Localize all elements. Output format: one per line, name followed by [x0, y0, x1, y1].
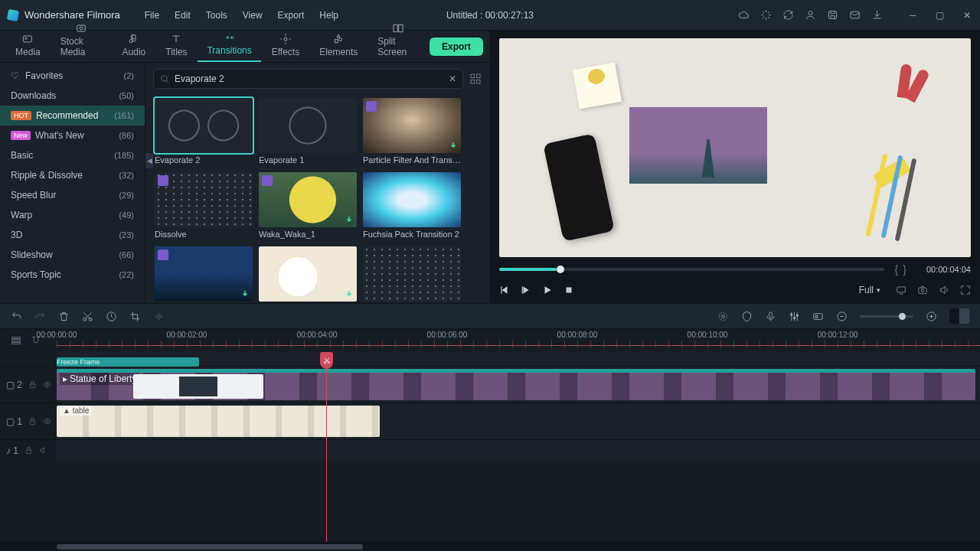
playhead[interactable]: [326, 352, 327, 542]
category--d[interactable]: 3D(23): [0, 225, 145, 245]
preview-canvas[interactable]: [499, 38, 971, 257]
mark-in-button[interactable]: {: [895, 263, 899, 276]
lock-icon[interactable]: [24, 446, 33, 455]
zoom-in-button[interactable]: [926, 311, 937, 322]
delete-button[interactable]: [58, 311, 70, 322]
svg-rect-12: [476, 74, 480, 78]
transition-thumb[interactable]: [259, 246, 357, 303]
minimize-button[interactable]: ─: [907, 9, 919, 21]
mail-icon[interactable]: [849, 9, 861, 21]
crop-button[interactable]: [129, 311, 141, 322]
preview-panel: { } 00:00:04:04 Full▾: [490, 31, 980, 303]
category-sports-topic[interactable]: Sports Topic(22): [0, 265, 145, 285]
render-button[interactable]: [717, 311, 729, 322]
category-what-s-new[interactable]: NewWhat's New(86): [0, 126, 145, 145]
snapshot-icon[interactable]: [917, 285, 928, 295]
category-speed-blur[interactable]: Speed Blur(29): [0, 185, 145, 205]
category-recommended[interactable]: HOTRecommended(161): [0, 106, 145, 126]
tab-effects[interactable]: Effects: [263, 30, 309, 62]
maximize-button[interactable]: ▢: [934, 9, 946, 21]
transition-thumb[interactable]: Dissolve: [155, 172, 253, 239]
prev-frame-button[interactable]: [499, 285, 510, 295]
manage-tracks-icon[interactable]: [11, 335, 21, 346]
tab-split[interactable]: Split Screen: [368, 19, 428, 62]
svg-point-24: [722, 315, 725, 318]
redo-button[interactable]: [34, 311, 46, 322]
fullscreen-icon[interactable]: [960, 285, 971, 295]
freeze-frame-label[interactable]: Freeze Frame: [57, 357, 199, 367]
timeline-ruler[interactable]: 00:00:00:0000:00:02:0000:00:04:0000:00:0…: [57, 329, 980, 352]
cloud-icon[interactable]: [738, 9, 750, 21]
voiceover-button[interactable]: [765, 311, 776, 322]
svg-rect-13: [471, 80, 475, 83]
tab-stock[interactable]: Stock Media: [51, 19, 112, 62]
category-favorites[interactable]: ♡Favorites(2): [0, 66, 145, 86]
sparkle-icon[interactable]: [760, 9, 772, 21]
menu-export[interactable]: Export: [272, 7, 311, 24]
transition-thumb[interactable]: Evaporate 2: [155, 98, 253, 165]
visibility-icon[interactable]: [43, 417, 51, 425]
category-slideshow[interactable]: Slideshow(66): [0, 245, 145, 265]
menu-view[interactable]: View: [237, 7, 269, 24]
mixer-button[interactable]: [789, 311, 800, 322]
speed-button[interactable]: [106, 311, 117, 322]
collapse-sidebar-icon[interactable]: ◀: [145, 153, 153, 168]
category-basic[interactable]: Basic(185): [0, 145, 145, 165]
audio-track-1: ♪ 1: [0, 439, 980, 461]
transition-thumb[interactable]: Waka_Waka_1: [259, 172, 357, 239]
download-icon[interactable]: [871, 9, 883, 21]
clear-search-icon[interactable]: ✕: [449, 73, 456, 84]
menu-file[interactable]: File: [139, 7, 165, 24]
transition-thumb[interactable]: [363, 246, 461, 303]
undo-button[interactable]: [11, 311, 22, 322]
menu-help[interactable]: Help: [313, 7, 345, 24]
close-button[interactable]: ✕: [961, 9, 972, 21]
display-icon[interactable]: [896, 285, 906, 295]
svg-rect-26: [769, 311, 773, 318]
menu-edit[interactable]: Edit: [168, 7, 197, 24]
clip-table[interactable]: ▲ table: [57, 406, 380, 437]
keyframe-button[interactable]: [812, 311, 824, 322]
play-pause-button[interactable]: [521, 285, 531, 295]
transition-thumb[interactable]: Fuchsia Pack Transition 2: [363, 172, 461, 239]
lock-icon[interactable]: [28, 417, 37, 425]
mute-icon[interactable]: [39, 446, 47, 455]
volume-icon[interactable]: [939, 285, 949, 295]
search-input[interactable]: [175, 73, 444, 84]
lock-icon[interactable]: [28, 380, 37, 389]
view-mode-toggle[interactable]: [949, 308, 969, 324]
tab-elements[interactable]: Elements: [310, 30, 367, 62]
tab-media[interactable]: Media: [6, 30, 50, 62]
tab-titles[interactable]: Titles: [156, 30, 196, 62]
marker-button[interactable]: [741, 311, 753, 322]
account-icon[interactable]: [805, 9, 816, 21]
audio-edit-button[interactable]: [153, 311, 165, 322]
zoom-slider[interactable]: [860, 315, 913, 318]
export-button[interactable]: Export: [430, 37, 483, 56]
stop-button[interactable]: [564, 285, 574, 295]
category-ripple-dissolve[interactable]: Ripple & Dissolve(32): [0, 165, 145, 185]
clip-statue[interactable]: ▸Statue of Liberty: [57, 369, 975, 400]
tab-audio[interactable]: Audio: [113, 30, 155, 62]
category-warp[interactable]: Warp(49): [0, 205, 145, 225]
play-button[interactable]: [542, 285, 553, 295]
refresh-icon[interactable]: [782, 9, 794, 21]
quality-dropdown[interactable]: Full▾: [854, 283, 885, 297]
grid-view-icon[interactable]: [469, 73, 482, 85]
transition-thumb[interactable]: Evaporate 1: [259, 98, 357, 165]
applied-transition[interactable]: [133, 374, 263, 399]
visibility-icon[interactable]: [43, 380, 51, 389]
category-downloads[interactable]: Downloads(50): [0, 86, 145, 106]
transition-thumb[interactable]: Particle Filter And Transit…: [363, 98, 461, 165]
cut-button[interactable]: [82, 311, 93, 322]
mark-out-button[interactable]: }: [903, 263, 906, 276]
menu-tools[interactable]: Tools: [200, 7, 234, 24]
timeline-scrollbar[interactable]: [0, 542, 980, 551]
download-badge-icon: [449, 141, 458, 150]
tab-transitions[interactable]: Transitions: [198, 28, 260, 62]
transition-thumb[interactable]: [155, 246, 253, 303]
zoom-out-button[interactable]: [836, 311, 848, 322]
preview-scrubber[interactable]: [499, 268, 884, 271]
preview-timecode: 00:00:04:04: [926, 265, 971, 274]
save-icon[interactable]: [827, 9, 838, 21]
